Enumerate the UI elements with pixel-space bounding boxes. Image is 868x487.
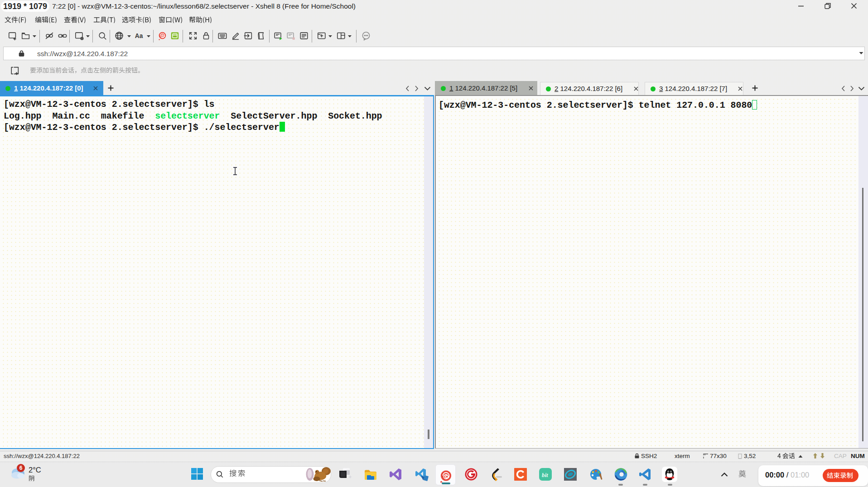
- svg-text:Aa: Aa: [135, 33, 143, 39]
- svg-text:bit: bit: [542, 472, 548, 478]
